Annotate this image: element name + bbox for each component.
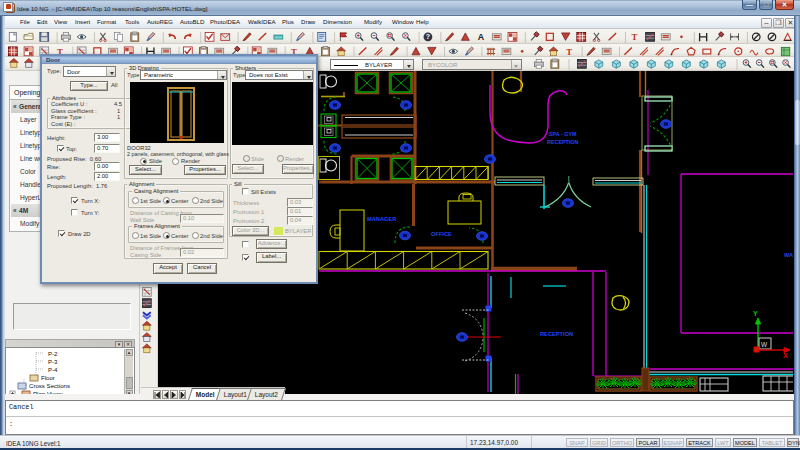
svg-text:A: A xyxy=(478,32,485,42)
svg-text:W: W xyxy=(761,341,768,348)
svg-text:OFFICE: OFFICE xyxy=(431,231,452,237)
svg-text:T: T xyxy=(631,32,637,42)
svg-text:WA: WA xyxy=(784,252,793,258)
svg-text:Y: Y xyxy=(753,310,758,317)
svg-text:T: T xyxy=(566,47,572,57)
svg-text:X: X xyxy=(783,352,788,359)
svg-text:?: ? xyxy=(426,33,430,40)
svg-text:RECEPTION: RECEPTION xyxy=(540,331,573,337)
svg-text:RECEPTION: RECEPTION xyxy=(547,139,579,145)
svg-text:SPA - GYM: SPA - GYM xyxy=(549,131,577,137)
svg-text:MANAGER: MANAGER xyxy=(367,216,396,222)
